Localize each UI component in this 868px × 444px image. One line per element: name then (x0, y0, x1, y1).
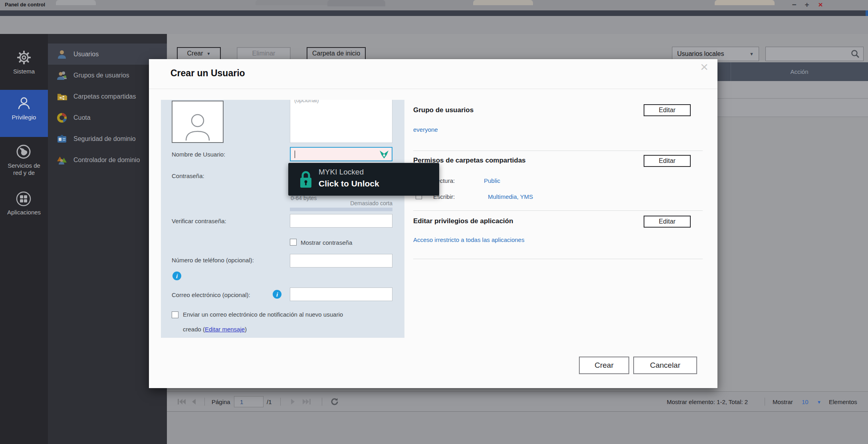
dialog-title: Crear un Usuario (170, 68, 245, 79)
sidebar-item-label: Controlador de dominio (73, 157, 140, 164)
sidebar-item-label: Usuarios (73, 51, 99, 58)
shared-folder-icon (57, 91, 67, 102)
domain-controller-icon (57, 155, 67, 165)
phone-input[interactable] (290, 254, 392, 268)
notify-email-label-line1: Enviar un correo electrónico de notifica… (183, 311, 343, 318)
refresh-icon[interactable] (330, 397, 339, 406)
maximize-button[interactable]: + (802, 0, 812, 9)
email-input[interactable] (290, 287, 392, 301)
myki-unlock-text[interactable]: Click to Unlock (319, 179, 379, 188)
last-page-icon[interactable] (302, 398, 311, 405)
home-folder-button[interactable]: Carpeta de inicio (307, 47, 366, 60)
edit-message-link[interactable]: Editar mensaje (205, 326, 245, 333)
divider (149, 89, 717, 89)
write-permission-value[interactable]: Multimedia, YMS (488, 193, 533, 200)
prev-page-icon[interactable] (190, 398, 197, 405)
page-number-input[interactable]: 1 (234, 396, 264, 407)
close-dialog-icon[interactable]: × (700, 60, 708, 73)
verify-password-input[interactable] (290, 214, 392, 228)
avatar[interactable] (172, 101, 224, 143)
notify-post: ) (245, 326, 247, 333)
nav-item-servicios-line1[interactable]: Servicios de (0, 162, 48, 169)
nav-item-servicios-line2[interactable]: red y de (0, 169, 48, 176)
dialog-create-button[interactable]: Crear (579, 357, 629, 374)
desktop-blob (56, 0, 96, 5)
app-privileges-value[interactable]: Acceso irrestricto a todas las aplicacio… (413, 236, 524, 243)
app-privileges-section-title: Editar privilegios de aplicación (413, 217, 513, 225)
edit-groups-button[interactable]: Editar (644, 104, 691, 116)
nav-item-privilegio[interactable]: Privilegio (0, 114, 48, 121)
desktop-blob (715, 0, 775, 5)
minimize-button[interactable]: − (789, 0, 799, 9)
divider (765, 398, 765, 406)
email-info-icon[interactable]: i (273, 290, 281, 299)
phone-label: Número de teléfono (opcional): (172, 257, 254, 264)
window-top-border (0, 10, 868, 16)
notify-pre: creado ( (183, 326, 205, 333)
window-title: Panel de control (5, 2, 45, 8)
search-icon (850, 49, 860, 59)
nav-item-sistema[interactable]: Sistema (0, 68, 48, 75)
description-textarea[interactable]: (opcional) (290, 100, 392, 143)
username-input[interactable] (290, 147, 392, 161)
show-password-checkbox[interactable] (290, 239, 297, 246)
edit-app-privileges-button[interactable]: Editar (644, 216, 691, 228)
user-group-icon (57, 70, 67, 81)
close-window-button[interactable]: × (815, 0, 826, 9)
myki-status-text: MYKI Locked (319, 168, 364, 176)
items-status: Mostrar elemento: 1-2, Total: 2 (667, 398, 748, 405)
desktop-blob (327, 0, 385, 6)
notify-email-checkbox[interactable] (172, 311, 178, 318)
desktop-blob (256, 0, 339, 5)
home-folder-label: Carpeta de inicio (312, 50, 360, 57)
myki-locked-popup[interactable]: MYKI Locked Click to Unlock (288, 163, 439, 196)
nav-item-aplicaciones[interactable]: Aplicaciones (0, 209, 48, 216)
pagination-bar (167, 391, 868, 412)
email-label: Correo electrónico (opcional): (172, 291, 250, 298)
page-total: /1 (267, 398, 272, 405)
edit-folder-permissions-button[interactable]: Editar (644, 155, 691, 167)
column-separator (731, 62, 731, 81)
user-groups-section-title: Grupo de usuarios (413, 106, 474, 114)
delete-button: Eliminar (237, 47, 291, 60)
username-label: Nombre de Usuario: (172, 151, 225, 158)
page-size-value[interactable]: 10 (802, 398, 809, 405)
footer-area (167, 412, 868, 444)
text-cursor (295, 151, 295, 158)
divider (413, 151, 703, 151)
sidebar-item-label: Carpetas compartidas (73, 93, 136, 100)
system-gear-icon[interactable] (16, 50, 32, 67)
desktop-blob (473, 0, 533, 5)
sidebar-item-label: Seguridad de dominio (73, 135, 136, 143)
action-column-header: Acción (731, 62, 868, 81)
window-titlebar: Panel de control − + × (0, 0, 868, 10)
privilege-person-icon[interactable] (16, 96, 32, 113)
chevron-down-icon[interactable]: ▼ (817, 400, 821, 404)
sidebar-item-label: Grupos de usuarios (73, 72, 129, 79)
sidebar-item-label: Cuota (73, 114, 91, 121)
divider (413, 210, 703, 211)
search-input[interactable] (765, 47, 864, 61)
chevron-down-icon: ▼ (749, 52, 754, 56)
notify-email-label-line2: creado (Editar mensaje) (183, 326, 247, 333)
create-user-dialog: Crear un Usuario × (opcional) Nombre de … (149, 59, 717, 388)
delete-button-label: Eliminar (252, 50, 275, 57)
group-link-everyone[interactable]: everyone (413, 126, 438, 133)
user-form-panel: (opcional) Nombre de Usuario: Contraseña… (161, 100, 404, 338)
lock-icon (299, 170, 313, 189)
read-permission-value[interactable]: Public (484, 177, 500, 184)
avatar-silhouette-icon (180, 111, 215, 142)
applications-grid-icon[interactable] (15, 190, 32, 209)
next-page-icon[interactable] (290, 398, 296, 405)
items-unit-label: Elementos (829, 398, 857, 405)
show-label: Mostrar (773, 398, 793, 405)
first-page-icon[interactable] (177, 398, 186, 405)
divider (413, 259, 703, 259)
myki-fox-icon[interactable] (379, 150, 389, 159)
network-services-globe-icon[interactable] (16, 144, 32, 161)
dialog-cancel-button[interactable]: Cancelar (633, 357, 697, 374)
phone-info-icon[interactable]: i (172, 272, 181, 280)
divider (322, 398, 322, 406)
create-button[interactable]: Crear ▼ (177, 47, 221, 60)
divider (204, 398, 205, 406)
